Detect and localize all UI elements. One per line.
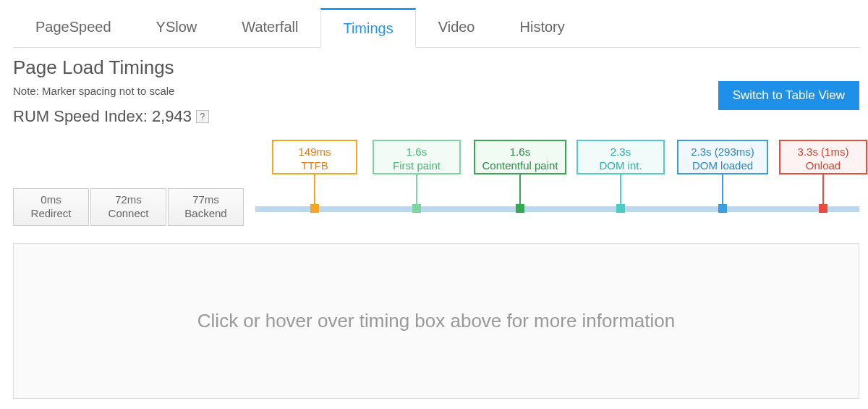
timing-marker — [616, 204, 625, 213]
timing-box-connect[interactable]: 72ms Connect — [90, 188, 166, 226]
tabs-bar: PageSpeed YSlow Waterfall Timings Video … — [13, 7, 859, 48]
rum-value: 2,943 — [152, 107, 192, 126]
timing-box-contentful-paint[interactable]: 1.6s Contentful paint — [474, 140, 566, 174]
timing-time: 1.6s — [374, 146, 459, 158]
timing-marker — [412, 204, 421, 213]
rum-label: RUM Speed Index: — [13, 107, 148, 126]
timeline-bar — [255, 206, 859, 212]
timing-time: 2.3s (293ms) — [678, 146, 767, 158]
timing-time: 2.3s — [578, 146, 663, 158]
timing-time: 3.3s (1ms) — [780, 146, 866, 158]
page-title: Page Load Timings — [13, 56, 859, 79]
timing-label: Contentful paint — [475, 159, 565, 172]
help-icon[interactable]: ? — [196, 110, 209, 123]
timing-time: 149ms — [273, 146, 356, 158]
header-area: Page Load Timings Note: Marker spacing n… — [13, 56, 859, 126]
tab-history[interactable]: History — [498, 8, 587, 48]
timing-time: 1.6s — [475, 146, 565, 158]
info-placeholder: Click or hover over timing box above for… — [197, 310, 675, 332]
timing-label: Onload — [780, 159, 866, 172]
timing-marker — [516, 204, 524, 213]
tab-yslow[interactable]: YSlow — [134, 8, 220, 48]
tab-pagespeed[interactable]: PageSpeed — [13, 8, 134, 48]
timing-box-onload[interactable]: 3.3s (1ms) Onload — [779, 140, 867, 174]
timing-label: DOM loaded — [678, 159, 767, 172]
timing-label: Redirect — [14, 207, 88, 219]
timing-time: 0ms — [14, 193, 88, 206]
timing-connector — [620, 174, 621, 205]
timeline: 0ms Redirect 72ms Connect 77ms Backend 1… — [13, 142, 859, 236]
tab-video[interactable]: Video — [416, 8, 498, 48]
timing-label: Connect — [91, 207, 166, 219]
timing-box-dom-loaded[interactable]: 2.3s (293ms) DOM loaded — [677, 140, 768, 174]
timing-box-first-paint[interactable]: 1.6s First paint — [373, 140, 461, 174]
timing-box-ttfb[interactable]: 149ms TTFB — [272, 140, 357, 174]
timing-marker — [718, 204, 727, 213]
timing-label: First paint — [374, 159, 459, 172]
switch-table-view-button[interactable]: Switch to Table View — [718, 81, 859, 110]
tab-waterfall[interactable]: Waterfall — [219, 8, 320, 48]
info-box: Click or hover over timing box above for… — [13, 243, 859, 399]
timing-connector — [314, 174, 315, 205]
timing-box-redirect[interactable]: 0ms Redirect — [13, 188, 89, 226]
timing-connector — [822, 174, 824, 205]
timing-label: Backend — [169, 207, 243, 219]
timing-connector — [722, 174, 723, 205]
timing-connector — [519, 174, 521, 205]
tab-timings[interactable]: Timings — [320, 8, 415, 48]
timing-label: DOM int. — [578, 159, 663, 172]
timing-box-backend[interactable]: 77ms Backend — [168, 188, 244, 226]
timing-marker — [310, 204, 319, 213]
timing-box-dom-int[interactable]: 2.3s DOM int. — [576, 140, 665, 174]
pre-boxes: 0ms Redirect 72ms Connect 77ms Backend — [13, 188, 244, 226]
timing-label: TTFB — [273, 159, 356, 172]
timing-connector — [416, 174, 417, 205]
timing-time: 77ms — [169, 193, 243, 206]
timing-marker — [819, 204, 827, 213]
timing-time: 72ms — [91, 193, 166, 206]
